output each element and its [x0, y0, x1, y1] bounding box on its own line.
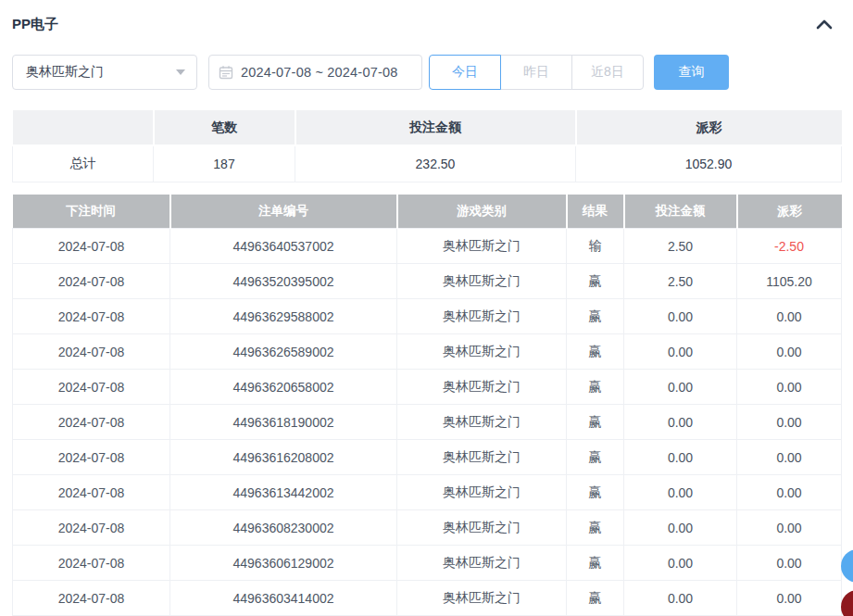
header-game-type: 游戏类别 [397, 195, 567, 229]
cell-game-type: 奥林匹斯之门 [397, 299, 567, 334]
table-row: 2024-07-08 44963613442002 奥林匹斯之门 赢 0.00 … [13, 475, 842, 510]
cell-game-type: 奥林匹斯之门 [397, 370, 567, 405]
cell-bet-time: 2024-07-08 [13, 264, 170, 299]
cell-result: 输 [567, 229, 624, 264]
cell-bet-amount: 2.50 [624, 229, 737, 264]
cell-bet-amount: 0.00 [624, 334, 737, 370]
cell-payout: -2.50 [737, 229, 842, 264]
game-select[interactable]: 奥林匹斯之门 [12, 55, 197, 90]
cell-bet-amount: 0.00 [624, 546, 737, 581]
table-row: 2024-07-08 44963520395002 奥林匹斯之门 赢 2.50 … [13, 264, 842, 299]
summary-header-payout: 派彩 [576, 110, 842, 145]
cell-order-no: 44963640537002 [170, 229, 397, 264]
game-select-value: 奥林匹斯之门 [26, 64, 104, 81]
summary-header-count: 笔数 [154, 110, 295, 145]
summary-total-label: 总计 [13, 145, 154, 182]
table-row: 2024-07-08 44963606129002 奥林匹斯之门 赢 0.00 … [13, 546, 842, 581]
bet-table-header-row: 下注时间 注单编号 游戏类别 结果 投注金额 派彩 [13, 195, 842, 229]
cell-payout: 0.00 [737, 581, 842, 616]
quick-date-group: 今日 昨日 近8日 [429, 55, 644, 90]
cell-order-no: 44963629588002 [170, 299, 397, 334]
cell-bet-amount: 0.00 [624, 510, 737, 546]
header-bet-amount: 投注金额 [624, 195, 737, 229]
cell-bet-time: 2024-07-08 [13, 546, 170, 581]
cell-payout: 1105.20 [737, 264, 842, 299]
last-8-days-button[interactable]: 近8日 [571, 55, 644, 90]
cell-result: 赢 [567, 334, 624, 370]
header-payout: 派彩 [737, 195, 842, 229]
search-button[interactable]: 查询 [654, 55, 729, 90]
summary-total-payout: 1052.90 [576, 145, 842, 182]
cell-game-type: 奥林匹斯之门 [397, 510, 567, 546]
summary-header-amount: 投注金额 [295, 110, 576, 145]
summary-total-row: 总计 187 232.50 1052.90 [13, 145, 842, 182]
cell-result: 赢 [567, 299, 624, 334]
floating-action-red[interactable] [841, 590, 853, 616]
cell-result: 赢 [567, 440, 624, 475]
collapse-panel-button[interactable] [814, 14, 834, 34]
cell-bet-amount: 0.00 [624, 440, 737, 475]
cell-payout: 0.00 [737, 510, 842, 546]
cell-result: 赢 [567, 264, 624, 299]
filter-bar: 奥林匹斯之门 2024-07-08 ~ 2024-07-08 今日 昨日 近8日 [12, 55, 841, 90]
cell-bet-time: 2024-07-08 [13, 475, 170, 510]
cell-result: 赢 [567, 581, 624, 616]
header-order-no: 注单编号 [170, 195, 397, 229]
today-button[interactable]: 今日 [429, 55, 501, 90]
cell-game-type: 奥林匹斯之门 [397, 229, 567, 264]
cell-bet-amount: 0.00 [624, 299, 737, 334]
cell-game-type: 奥林匹斯之门 [397, 264, 567, 299]
table-row: 2024-07-08 44963640537002 奥林匹斯之门 输 2.50 … [13, 229, 842, 264]
panel-title: PP电子 [12, 16, 58, 33]
cell-payout: 0.00 [737, 334, 842, 370]
cell-bet-time: 2024-07-08 [13, 229, 170, 264]
cell-game-type: 奥林匹斯之门 [397, 405, 567, 440]
cell-payout: 0.00 [737, 440, 842, 475]
panel-header: PP电子 [0, 0, 853, 33]
summary-header-empty [13, 110, 154, 145]
cell-bet-time: 2024-07-08 [13, 334, 170, 370]
cell-order-no: 44963626589002 [170, 334, 397, 370]
header-bet-time: 下注时间 [13, 195, 170, 229]
cell-bet-amount: 0.00 [624, 370, 737, 405]
cell-order-no: 44963613442002 [170, 475, 397, 510]
table-row: 2024-07-08 44963626589002 奥林匹斯之门 赢 0.00 … [13, 334, 842, 370]
calendar-icon [219, 65, 233, 80]
cell-bet-time: 2024-07-08 [13, 510, 170, 546]
cell-result: 赢 [567, 546, 624, 581]
table-row: 2024-07-08 44963620658002 奥林匹斯之门 赢 0.00 … [13, 370, 842, 405]
cell-result: 赢 [567, 405, 624, 440]
cell-bet-time: 2024-07-08 [13, 405, 170, 440]
yesterday-button[interactable]: 昨日 [500, 55, 572, 90]
table-row: 2024-07-08 44963618190002 奥林匹斯之门 赢 0.00 … [13, 405, 842, 440]
cell-order-no: 44963608230002 [170, 510, 397, 546]
cell-game-type: 奥林匹斯之门 [397, 581, 567, 616]
summary-total-count: 187 [154, 145, 295, 182]
date-range-input[interactable]: 2024-07-08 ~ 2024-07-08 [208, 55, 422, 90]
cell-bet-time: 2024-07-08 [13, 370, 170, 405]
bet-table-body: 2024-07-08 44963640537002 奥林匹斯之门 输 2.50 … [13, 229, 842, 616]
caret-down-icon [176, 69, 185, 75]
cell-payout: 0.00 [737, 370, 842, 405]
cell-game-type: 奥林匹斯之门 [397, 334, 567, 370]
cell-bet-amount: 0.00 [624, 405, 737, 440]
cell-result: 赢 [567, 510, 624, 546]
cell-bet-time: 2024-07-08 [13, 299, 170, 334]
cell-order-no: 44963616208002 [170, 440, 397, 475]
summary-total-amount: 232.50 [295, 145, 576, 182]
cell-result: 赢 [567, 370, 624, 405]
summary-table: 笔数 投注金额 派彩 总计 187 232.50 1052.90 [12, 110, 842, 182]
cell-game-type: 奥林匹斯之门 [397, 546, 567, 581]
table-row: 2024-07-08 44963603414002 奥林匹斯之门 赢 0.00 … [13, 581, 842, 616]
cell-order-no: 44963620658002 [170, 370, 397, 405]
cell-order-no: 44963520395002 [170, 264, 397, 299]
cell-order-no: 44963606129002 [170, 546, 397, 581]
cell-bet-amount: 0.00 [624, 581, 737, 616]
cell-bet-amount: 0.00 [624, 475, 737, 510]
pp-electronic-panel: PP电子 奥林匹斯之门 [0, 0, 853, 616]
summary-header-row: 笔数 投注金额 派彩 [13, 110, 842, 145]
floating-action-blue[interactable] [841, 549, 853, 583]
cell-payout: 0.00 [737, 546, 842, 581]
cell-game-type: 奥林匹斯之门 [397, 440, 567, 475]
cell-payout: 0.00 [737, 475, 842, 510]
